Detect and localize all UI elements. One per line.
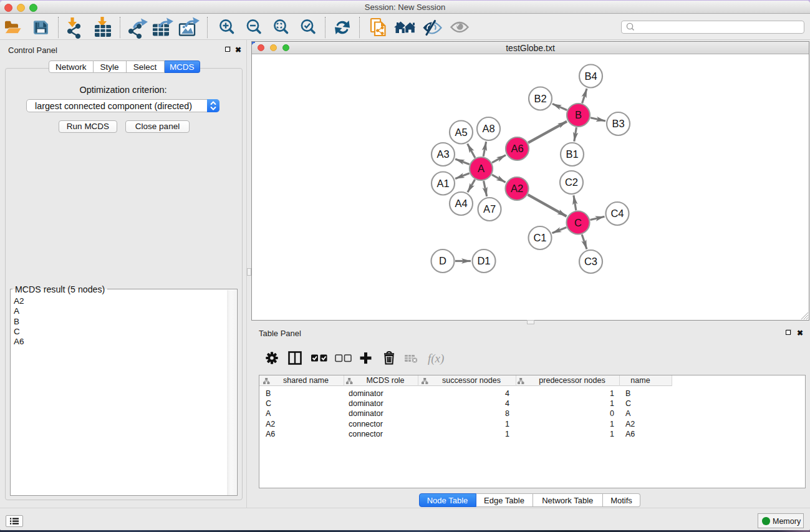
svg-text:C1: C1	[533, 232, 546, 243]
svg-text:D: D	[439, 255, 446, 266]
svg-text:A5: A5	[455, 127, 467, 138]
svg-text:B: B	[575, 109, 582, 120]
svg-text:B2: B2	[534, 93, 546, 104]
svg-text:B3: B3	[612, 118, 624, 129]
svg-text:C2: C2	[565, 177, 578, 188]
svg-text:C4: C4	[610, 208, 624, 219]
svg-text:A3: A3	[436, 148, 449, 160]
svg-text:A2: A2	[511, 183, 523, 194]
svg-text:A1: A1	[436, 178, 449, 189]
svg-text:A4: A4	[455, 198, 467, 209]
svg-text:C3: C3	[584, 256, 597, 267]
svg-text:f(x): f(x)	[428, 352, 444, 365]
svg-text:A: A	[478, 163, 485, 174]
svg-text:A8: A8	[482, 123, 494, 134]
svg-text:C: C	[574, 217, 582, 228]
svg-text:B1: B1	[566, 148, 578, 160]
svg-text:A6: A6	[511, 143, 523, 154]
svg-text:A7: A7	[483, 203, 496, 215]
svg-text:B4: B4	[584, 70, 597, 82]
svg-text:D1: D1	[477, 255, 490, 266]
